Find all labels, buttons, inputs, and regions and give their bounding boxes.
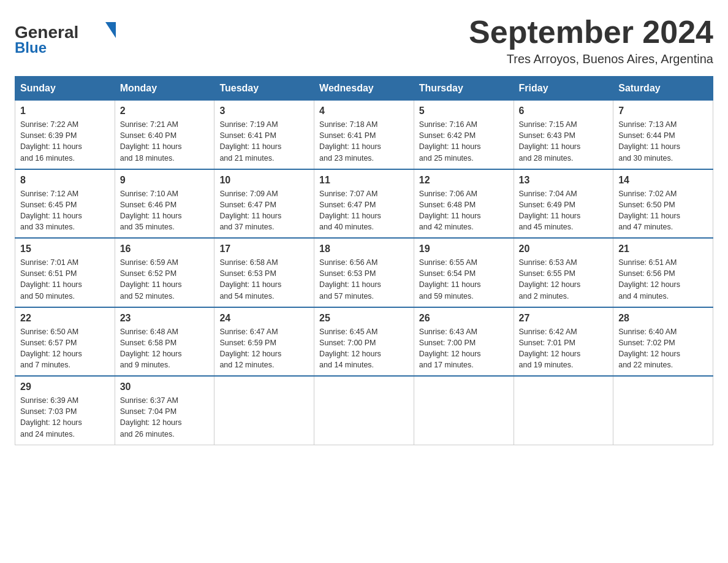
day-info: Sunrise: 7:16 AMSunset: 6:42 PMDaylight:… [419,119,509,164]
day-info: Sunrise: 6:51 AMSunset: 6:56 PMDaylight:… [618,257,708,302]
day-number: 2 [120,105,210,117]
day-info: Sunrise: 7:09 AMSunset: 6:47 PMDaylight:… [219,188,309,233]
day-number: 16 [120,243,210,255]
calendar-day-cell: 30Sunrise: 6:37 AMSunset: 7:04 PMDayligh… [115,376,214,445]
calendar-day-cell: 20Sunrise: 6:53 AMSunset: 6:55 PMDayligh… [514,238,613,307]
calendar-day-cell: 18Sunrise: 6:56 AMSunset: 6:53 PMDayligh… [314,238,414,307]
day-info: Sunrise: 6:43 AMSunset: 7:00 PMDaylight:… [419,326,509,371]
day-info: Sunrise: 7:04 AMSunset: 6:49 PMDaylight:… [519,188,609,233]
day-number: 30 [120,381,210,393]
empty-day-cell [314,376,414,445]
day-number: 12 [419,175,509,186]
calendar-week-row: 1Sunrise: 7:22 AMSunset: 6:39 PMDaylight… [15,101,713,169]
empty-day-cell [514,376,613,445]
day-info: Sunrise: 7:18 AMSunset: 6:41 PMDaylight:… [319,119,409,164]
day-info: Sunrise: 6:39 AMSunset: 7:03 PMDaylight:… [20,395,110,440]
day-number: 27 [519,313,609,324]
calendar-day-cell: 26Sunrise: 6:43 AMSunset: 7:00 PMDayligh… [414,307,514,377]
calendar-day-cell: 11Sunrise: 7:07 AMSunset: 6:47 PMDayligh… [314,169,414,239]
day-number: 14 [618,175,708,186]
day-number: 26 [419,313,509,324]
day-number: 25 [319,313,409,324]
month-title: September 2024 [469,15,713,50]
day-number: 10 [219,175,309,186]
calendar-day-cell: 16Sunrise: 6:59 AMSunset: 6:52 PMDayligh… [115,238,214,307]
day-info: Sunrise: 6:48 AMSunset: 6:58 PMDaylight:… [120,326,210,371]
day-info: Sunrise: 7:15 AMSunset: 6:43 PMDaylight:… [519,119,609,164]
logo: General Blue [15,15,119,58]
day-number: 5 [419,105,509,117]
day-info: Sunrise: 6:56 AMSunset: 6:53 PMDaylight:… [319,257,409,302]
empty-day-cell [613,376,713,445]
calendar-day-cell: 3Sunrise: 7:19 AMSunset: 6:41 PMDaylight… [214,101,314,169]
page-header: General Blue September 2024 Tres Arroyos… [15,15,713,66]
day-number: 15 [20,243,110,255]
calendar-day-cell: 9Sunrise: 7:10 AMSunset: 6:46 PMDaylight… [115,169,214,239]
calendar-day-cell: 25Sunrise: 6:45 AMSunset: 7:00 PMDayligh… [314,307,414,377]
day-number: 18 [319,243,409,255]
day-info: Sunrise: 7:02 AMSunset: 6:50 PMDaylight:… [618,188,708,233]
calendar-day-cell: 19Sunrise: 6:55 AMSunset: 6:54 PMDayligh… [414,238,514,307]
day-info: Sunrise: 7:19 AMSunset: 6:41 PMDaylight:… [219,119,309,164]
day-number: 8 [20,175,110,186]
calendar-day-cell: 2Sunrise: 7:21 AMSunset: 6:40 PMDaylight… [115,101,214,169]
svg-text:Blue: Blue [15,39,47,56]
day-number: 19 [419,243,509,255]
calendar-day-cell: 10Sunrise: 7:09 AMSunset: 6:47 PMDayligh… [214,169,314,239]
day-number: 17 [219,243,309,255]
weekday-header-saturday: Saturday [613,77,713,101]
calendar-day-cell: 14Sunrise: 7:02 AMSunset: 6:50 PMDayligh… [613,169,713,239]
day-info: Sunrise: 6:53 AMSunset: 6:55 PMDaylight:… [519,257,609,302]
calendar-day-cell: 12Sunrise: 7:06 AMSunset: 6:48 PMDayligh… [414,169,514,239]
weekday-header-tuesday: Tuesday [214,77,314,101]
weekday-header-row: SundayMondayTuesdayWednesdayThursdayFrid… [15,77,713,101]
day-number: 20 [519,243,609,255]
day-number: 1 [20,105,110,117]
day-number: 13 [519,175,609,186]
calendar-table: SundayMondayTuesdayWednesdayThursdayFrid… [15,76,713,445]
calendar-day-cell: 5Sunrise: 7:16 AMSunset: 6:42 PMDaylight… [414,101,514,169]
title-block: September 2024 Tres Arroyos, Buenos Aire… [469,15,713,66]
day-info: Sunrise: 7:22 AMSunset: 6:39 PMDaylight:… [20,119,110,164]
calendar-day-cell: 29Sunrise: 6:39 AMSunset: 7:03 PMDayligh… [15,376,115,445]
logo-svg: General Blue [15,15,119,58]
day-number: 29 [20,381,110,393]
calendar-day-cell: 15Sunrise: 7:01 AMSunset: 6:51 PMDayligh… [15,238,115,307]
day-number: 22 [20,313,110,324]
weekday-header-thursday: Thursday [414,77,514,101]
day-info: Sunrise: 6:40 AMSunset: 7:02 PMDaylight:… [618,326,708,371]
day-number: 3 [219,105,309,117]
weekday-header-sunday: Sunday [15,77,115,101]
svg-marker-1 [105,22,116,38]
day-info: Sunrise: 7:13 AMSunset: 6:44 PMDaylight:… [618,119,708,164]
empty-day-cell [414,376,514,445]
calendar-week-row: 15Sunrise: 7:01 AMSunset: 6:51 PMDayligh… [15,238,713,307]
weekday-header-wednesday: Wednesday [314,77,414,101]
calendar-day-cell: 1Sunrise: 7:22 AMSunset: 6:39 PMDaylight… [15,101,115,169]
day-number: 6 [519,105,609,117]
weekday-header-friday: Friday [514,77,613,101]
day-info: Sunrise: 6:42 AMSunset: 7:01 PMDaylight:… [519,326,609,371]
day-number: 7 [618,105,708,117]
day-info: Sunrise: 6:58 AMSunset: 6:53 PMDaylight:… [219,257,309,302]
day-info: Sunrise: 6:59 AMSunset: 6:52 PMDaylight:… [120,257,210,302]
calendar-day-cell: 21Sunrise: 6:51 AMSunset: 6:56 PMDayligh… [613,238,713,307]
day-info: Sunrise: 7:12 AMSunset: 6:45 PMDaylight:… [20,188,110,233]
day-number: 9 [120,175,210,186]
calendar-day-cell: 24Sunrise: 6:47 AMSunset: 6:59 PMDayligh… [214,307,314,377]
calendar-day-cell: 6Sunrise: 7:15 AMSunset: 6:43 PMDaylight… [514,101,613,169]
day-info: Sunrise: 7:01 AMSunset: 6:51 PMDaylight:… [20,257,110,302]
day-info: Sunrise: 6:55 AMSunset: 6:54 PMDaylight:… [419,257,509,302]
day-number: 4 [319,105,409,117]
weekday-header-monday: Monday [115,77,214,101]
calendar-day-cell: 13Sunrise: 7:04 AMSunset: 6:49 PMDayligh… [514,169,613,239]
calendar-day-cell: 4Sunrise: 7:18 AMSunset: 6:41 PMDaylight… [314,101,414,169]
day-info: Sunrise: 7:21 AMSunset: 6:40 PMDaylight:… [120,119,210,164]
location-title: Tres Arroyos, Buenos Aires, Argentina [469,52,713,66]
calendar-day-cell: 22Sunrise: 6:50 AMSunset: 6:57 PMDayligh… [15,307,115,377]
calendar-day-cell: 17Sunrise: 6:58 AMSunset: 6:53 PMDayligh… [214,238,314,307]
day-number: 24 [219,313,309,324]
calendar-week-row: 22Sunrise: 6:50 AMSunset: 6:57 PMDayligh… [15,307,713,377]
day-number: 28 [618,313,708,324]
day-info: Sunrise: 6:37 AMSunset: 7:04 PMDaylight:… [120,395,210,440]
